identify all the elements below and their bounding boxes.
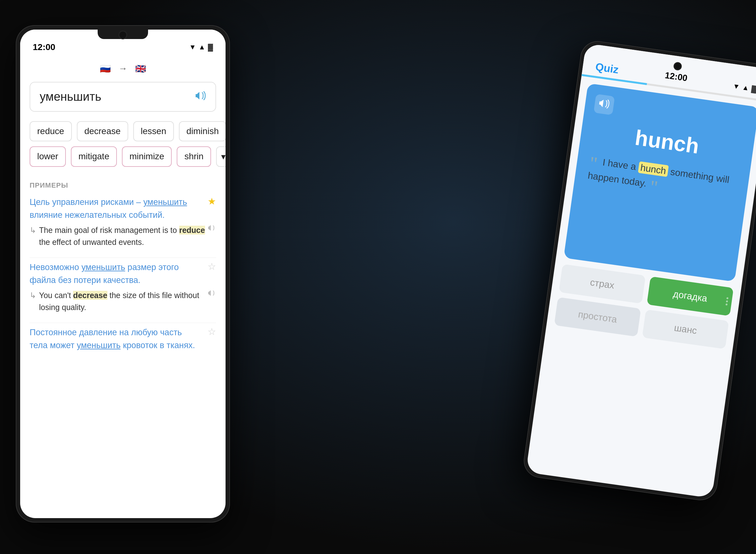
synonym-decrease[interactable]: decrease xyxy=(77,121,128,141)
example-3-ru: Постоянное давление на любую часть тела … xyxy=(30,326,216,351)
quiz-sound-icon xyxy=(598,98,610,111)
quiz-title: Quiz xyxy=(595,60,619,76)
answer-guess[interactable]: догадка xyxy=(647,276,734,316)
quiz-card: hunch " I have a hunch something will ha… xyxy=(563,83,756,282)
phone1-camera xyxy=(119,32,126,39)
status-icons-2: ▼ ▲ ▓ xyxy=(733,82,756,93)
phone1-device: 12:00 ▼ ▲ ▓ 🇷🇺 → 🇬🇧 уменьшить xyxy=(16,25,230,522)
answer-guess-label: догадка xyxy=(672,289,708,304)
synonym-minimize[interactable]: minimize xyxy=(122,146,172,167)
example-item-2: Невозможно уменьшить размер этого файла … xyxy=(30,261,216,313)
synonym-shrin[interactable]: shrin xyxy=(177,146,211,167)
example-1-en: The main goal of risk management is to r… xyxy=(30,224,216,248)
lang-arrow: → xyxy=(118,64,127,74)
answer-chance[interactable]: шанс xyxy=(642,310,729,349)
wifi-icon-1: ▼ xyxy=(189,43,196,51)
star-button-2[interactable]: ☆ xyxy=(208,261,216,272)
battery-icon-1: ▓ xyxy=(208,43,213,51)
phone1-screen: 12:00 ▼ ▲ ▓ 🇷🇺 → 🇬🇧 уменьшить xyxy=(20,30,225,518)
wifi-icon-2: ▼ xyxy=(733,82,740,91)
signal-icon-2: ▲ xyxy=(742,83,749,92)
sound-icon-1[interactable] xyxy=(195,91,206,103)
answer-simplicity[interactable]: простота xyxy=(554,297,641,337)
answer-fear[interactable]: страх xyxy=(559,264,646,304)
synonym-mitigate[interactable]: mitigate xyxy=(71,146,117,167)
sound-button-2[interactable] xyxy=(208,290,216,298)
quiz-sound-button[interactable] xyxy=(594,94,615,115)
example-item-3: Постоянное давление на любую часть тела … xyxy=(30,326,216,351)
synonym-diminish[interactable]: diminish xyxy=(179,121,225,141)
language-selector[interactable]: 🇷🇺 → 🇬🇧 xyxy=(20,55,225,82)
answer-dots xyxy=(725,297,728,306)
star-button-3[interactable]: ☆ xyxy=(208,326,216,337)
answer-fear-label: страх xyxy=(589,277,615,290)
flag-english: 🇬🇧 xyxy=(134,62,147,75)
flag-russian: 🇷🇺 xyxy=(98,62,112,75)
example-1-ru: Цель управления рисками – уменьшить влия… xyxy=(30,196,216,221)
status-time-2: 12:00 xyxy=(664,70,688,84)
example-2-ru: Невозможно уменьшить размер этого файла … xyxy=(30,261,216,286)
quote-close-icon: " xyxy=(649,176,659,198)
synonyms-row-1: reduce decrease lessen diminish xyxy=(30,121,216,141)
chevron-down-icon: ▾ xyxy=(221,151,225,162)
synonym-reduce[interactable]: reduce xyxy=(30,121,72,141)
star-button-1[interactable]: ★ xyxy=(208,196,216,207)
search-word: уменьшить xyxy=(40,90,101,104)
quote-open-icon: " xyxy=(588,153,599,174)
answer-chance-label: шанс xyxy=(673,322,697,336)
search-box[interactable]: уменьшить xyxy=(30,82,216,112)
synonyms-row-2: lower mitigate minimize shrin ▾ xyxy=(30,146,216,167)
synonym-lower[interactable]: lower xyxy=(30,146,66,167)
example-2-en: You can't decrease the size of this file… xyxy=(30,290,216,313)
synonyms-section: reduce decrease lessen diminish lower mi… xyxy=(20,118,225,175)
status-icons-1: ▼ ▲ ▓ xyxy=(189,43,213,51)
examples-section: ПРИМЕРЫ Цель управления рисками – уменьш… xyxy=(20,175,225,367)
quiz-highlight-word: hunch xyxy=(638,161,669,177)
sound-button-1[interactable] xyxy=(208,224,216,233)
answer-simplicity-label: простота xyxy=(577,309,618,325)
examples-header: ПРИМЕРЫ xyxy=(30,181,216,189)
status-time-1: 12:00 xyxy=(33,42,55,52)
example-item-1: Цель управления рисками – уменьшить влия… xyxy=(30,196,216,248)
more-synonyms-button[interactable]: ▾ xyxy=(216,146,225,167)
battery-icon-2: ▓ xyxy=(751,85,756,93)
signal-icon-1: ▲ xyxy=(198,43,205,51)
phone1-notch xyxy=(98,30,148,39)
synonym-lessen[interactable]: lessen xyxy=(133,121,174,141)
